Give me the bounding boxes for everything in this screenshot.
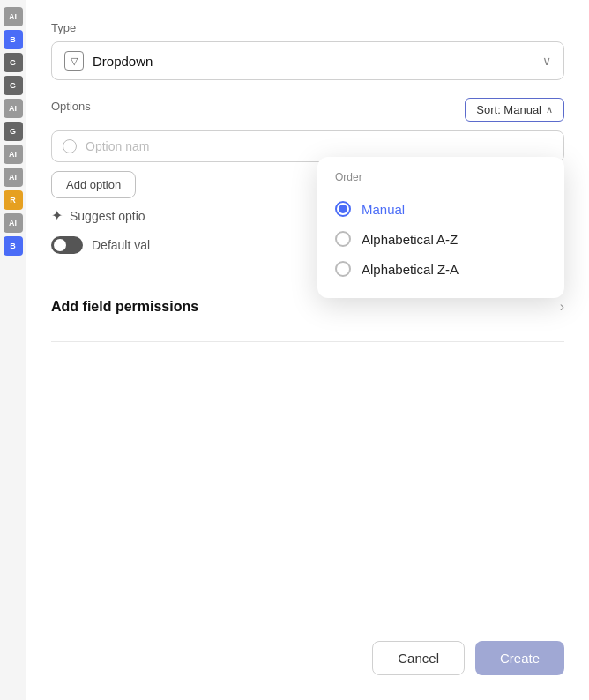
chevron-right-icon: › [560,299,564,315]
sidebar-chip-b2[interactable]: B [4,236,23,256]
add-option-label: Add option [66,178,121,191]
sidebar-chip-g1[interactable]: G [4,53,23,72]
permissions-label: Add field permissions [51,299,198,315]
sidebar-strip: AI B G G AI G AI AI R AI B [0,0,26,700]
options-label: Options [51,100,91,113]
divider-2 [51,341,564,342]
sidebar-chip-r[interactable]: R [4,190,23,210]
radio-manual [335,201,351,217]
type-dropdown[interactable]: ▽ Dropdown ∨ [51,41,564,80]
radio-manual-fill [339,205,347,213]
default-val-toggle[interactable] [51,236,83,254]
option-placeholder: Option nam [86,139,149,153]
add-option-button[interactable]: Add option [51,171,136,198]
sort-option-manual-label: Manual [362,202,405,217]
main-panel: Type ▽ Dropdown ∨ Options Sort: Manual ∧… [26,0,589,700]
dropdown-value: Dropdown [93,54,153,69]
footer-buttons: Cancel Create [372,641,564,675]
options-row: Options Sort: Manual ∧ [51,98,564,122]
sidebar-chip-g2[interactable]: G [4,76,23,95]
chevron-up-icon: ∧ [546,104,553,115]
sort-option-az-label: Alphabetical A-Z [362,232,458,247]
suggest-icon: ✦ [51,207,63,224]
suggest-label: Suggest optio [70,209,145,223]
sort-button-label: Sort: Manual [476,103,541,116]
sidebar-chip-b1[interactable]: B [4,30,23,49]
popup-order-label: Order [335,171,547,183]
sidebar-chip-ai3[interactable]: AI [4,145,23,164]
sort-option-za[interactable]: Alphabetical Z-A [335,254,547,284]
sidebar-chip-ai2[interactable]: AI [4,99,23,118]
sort-option-manual[interactable]: Manual [335,194,547,224]
dropdown-select-left: ▽ Dropdown [64,51,153,71]
chevron-down-icon: ∨ [542,54,551,68]
sort-dropdown-popup: Order Manual Alphabetical A-Z Alphabetic… [317,157,564,298]
sidebar-chip-ai4[interactable]: AI [4,168,23,187]
create-button[interactable]: Create [475,641,564,675]
type-label: Type [51,21,564,34]
option-radio-circle [63,139,77,153]
sort-option-za-label: Alphabetical Z-A [362,262,459,277]
toggle-label: Default val [92,238,150,252]
dropdown-symbol: ▽ [71,56,78,67]
dropdown-icon: ▽ [64,51,84,71]
sidebar-chip-ai1[interactable]: AI [4,7,23,26]
sidebar-chip-g3[interactable]: G [4,122,23,141]
sort-button[interactable]: Sort: Manual ∧ [465,98,564,122]
sort-option-az[interactable]: Alphabetical A-Z [335,224,547,254]
radio-az [335,231,351,247]
cancel-button[interactable]: Cancel [372,641,465,675]
sidebar-chip-ai5[interactable]: AI [4,213,23,233]
radio-za [335,261,351,277]
